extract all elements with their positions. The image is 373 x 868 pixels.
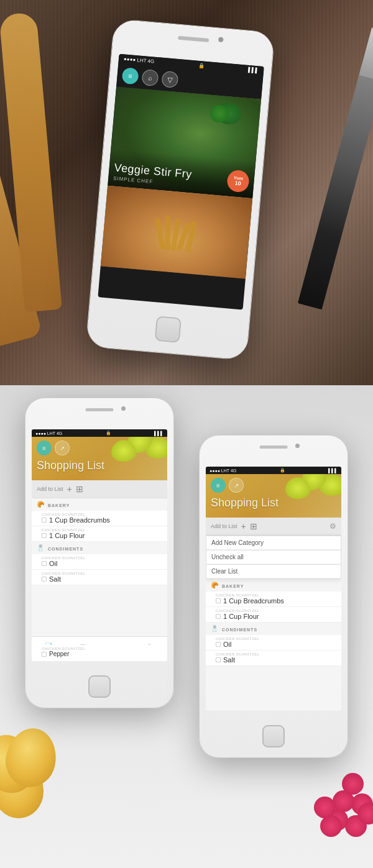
p2-share-icon: ↗ <box>60 445 65 452</box>
fries-svg <box>150 205 204 259</box>
p2-item-salt[interactable]: CHICKEN SCHNITZEL Salt <box>32 570 167 585</box>
p3-status-bar: ●●●● LHT 4G 🔒 ▌▌▌ <box>206 467 341 474</box>
p2-checkbox-pepper[interactable] <box>42 652 47 657</box>
p3-item-breadcrumbs-name: 1 Cup Breadcrumbs <box>216 597 336 605</box>
p3-dropdown-clear-list[interactable]: Clear List <box>206 565 341 578</box>
p3-item-salt-name: Salt <box>216 656 336 664</box>
p1-menu-icon: ≡ <box>128 72 132 80</box>
p2-item-breadcrumbs[interactable]: CHICKEN SCHNITZEL 1 Cup Breadcrumbs <box>32 511 167 526</box>
p2-item-flour-name: 1 Cup Flour <box>42 532 162 539</box>
p2-checkbox-salt[interactable] <box>42 577 47 582</box>
p1-food-image-fries[interactable] <box>101 186 252 279</box>
p3-dropdown-menu: Add New Category Uncheck all Clear List <box>206 536 341 579</box>
p2-bakery-label: BAKERY <box>48 503 70 508</box>
p2-screen-title: Shopping List <box>32 459 167 476</box>
p1-signal: ●●●● LHT 4G <box>124 56 155 64</box>
p2-footer-pepper: CHICKEN SCHNITZEL Pepper <box>32 645 167 659</box>
p3-item-breadcrumbs[interactable]: CHICKEN SCHNITZEL 1 Cup Breadcrumbs <box>206 592 341 607</box>
p3-item-flour-name: 1 Cup Flour <box>216 613 336 620</box>
raspberry-5 <box>342 773 364 795</box>
p2-status-bar: ●●●● LHT 4G 🔒 ▌▌▌ <box>32 429 167 437</box>
p2-category-bakery: 🥐 BAKERY <box>32 498 167 511</box>
p2-header-bg: ≡ ↗ Shopping List <box>32 437 167 480</box>
p2-item-oil-name: Oil <box>42 560 162 567</box>
p2-battery: ▌▌▌ <box>154 431 163 436</box>
p1-battery: ▌▌▌ <box>248 67 259 73</box>
phone-1-camera <box>218 37 224 42</box>
p3-dropdown-add-category[interactable]: Add New Category <box>206 536 341 550</box>
p2-condiments-icon: 🧂 <box>37 544 45 553</box>
phone-3-screen: ●●●● LHT 4G 🔒 ▌▌▌ ≡ ↗ Shopping Lis <box>206 467 341 711</box>
p3-battery: ▌▌▌ <box>328 468 338 473</box>
p3-condiments-label: CONDIMENTS <box>222 628 257 632</box>
p1-filter-icon: ▽ <box>167 75 173 84</box>
phone-2-speaker <box>86 408 114 411</box>
p1-search-icon: ⌕ <box>147 74 152 82</box>
p3-checkbox-breadcrumbs[interactable] <box>216 598 221 603</box>
p3-add-label: Add to List <box>211 523 237 529</box>
p2-share-button[interactable]: ↗ <box>55 441 70 455</box>
p2-add-bar[interactable]: Add to List + ⊞ <box>32 480 167 498</box>
p1-lock: 🔒 <box>198 63 205 69</box>
p2-item-salt-name: Salt <box>42 575 162 583</box>
p2-barcode-icon[interactable]: ⊞ <box>76 484 83 494</box>
p3-gear-icon[interactable]: ⚙ <box>329 522 336 531</box>
p3-checkbox-flour[interactable] <box>216 614 221 619</box>
p3-share-icon: ↗ <box>234 482 239 489</box>
p2-add-label: Add to List <box>37 486 63 492</box>
p3-menu-icon: ≡ <box>216 482 220 489</box>
p3-item-salt[interactable]: CHICKEN SCHNITZEL Salt <box>206 651 341 666</box>
raspberry-7 <box>320 815 342 837</box>
top-section: ●●●● LHT 4G 🔒 ▌▌▌ ≡ ⌕ ▽ <box>0 0 373 385</box>
phone-3: ●●●● LHT 4G 🔒 ▌▌▌ ≡ ↗ Shopping Lis <box>199 435 348 758</box>
p2-signal: ●●●● LHT 4G <box>35 431 62 436</box>
p3-lemon-3 <box>285 477 310 499</box>
p3-header-bg: ≡ ↗ Shopping List <box>206 474 341 518</box>
p3-item-oil-name: Oil <box>216 641 336 648</box>
p3-screen-title: Shopping List <box>206 496 341 513</box>
p2-bakery-icon: 🥐 <box>37 501 45 509</box>
p2-pepper-name: Pepper <box>42 651 162 657</box>
p1-search-button[interactable]: ⌕ <box>141 69 159 86</box>
p2-checkbox-flour[interactable] <box>42 533 47 538</box>
phone-3-speaker <box>260 445 288 449</box>
lemon-3 <box>111 440 136 462</box>
p2-checkbox-oil[interactable] <box>42 561 47 566</box>
p3-share-button[interactable]: ↗ <box>229 478 244 493</box>
p2-category-condiments: 🧂 CONDIMENTS <box>32 542 167 554</box>
p3-checkbox-oil[interactable] <box>216 642 221 647</box>
phone-2-screen: ●●●● LHT 4G 🔒 ▌▌▌ ≡ ↗ Shopping Lis <box>32 429 167 661</box>
p1-yum-count: 10 <box>234 180 241 187</box>
p1-filter-button[interactable]: ▽ <box>161 71 178 88</box>
p2-menu-button[interactable]: ≡ <box>37 441 52 455</box>
p2-item-flour[interactable]: CHICKEN SCHNITZEL 1 Cup Flour <box>32 526 167 542</box>
p3-menu-button[interactable]: ≡ <box>211 478 226 493</box>
p2-checkbox-breadcrumbs[interactable] <box>42 518 47 523</box>
broccoli-decoration <box>208 101 248 135</box>
p3-item-oil[interactable]: CHICKEN SCHNITZEL Oil <box>206 635 341 651</box>
p3-dropdown-uncheck-all[interactable]: Uncheck all <box>206 550 341 564</box>
phone-2-camera <box>121 406 126 411</box>
phone-1-home-button[interactable] <box>155 316 182 342</box>
p3-lock: 🔒 <box>280 468 285 473</box>
p3-add-bar[interactable]: Add to List + ⊞ ⚙ <box>206 518 341 536</box>
p2-plus-icon[interactable]: + <box>67 484 72 494</box>
p1-food-image-stirfry[interactable]: Veggie Stir Fry SIMPLE CHEF Yum 10 <box>108 86 261 198</box>
phone-3-home-button[interactable] <box>262 725 285 747</box>
p3-plus-icon[interactable]: + <box>241 521 246 531</box>
phone-2-home-button[interactable] <box>88 675 111 698</box>
phone-1-screen: ●●●● LHT 4G 🔒 ▌▌▌ ≡ ⌕ ▽ <box>98 54 264 310</box>
phone-2: ●●●● LHT 4G 🔒 ▌▌▌ ≡ ↗ Shopping Lis <box>25 398 174 708</box>
p3-category-condiments: 🧂 CONDIMENTS <box>206 623 341 635</box>
p2-item-oil[interactable]: CHICKEN SCHNITZEL Oil <box>32 554 167 570</box>
p2-lock: 🔒 <box>106 431 111 436</box>
p3-checkbox-salt[interactable] <box>216 657 221 662</box>
p3-signal: ●●●● LHT 4G <box>210 468 236 473</box>
p3-item-flour[interactable]: CHICKEN SCHNITZEL 1 Cup Flour <box>206 607 341 623</box>
phone-1-speaker <box>178 36 209 42</box>
p3-condiments-icon: 🧂 <box>211 625 219 634</box>
p3-barcode-icon[interactable]: ⊞ <box>250 521 257 531</box>
svg-rect-1 <box>165 216 170 250</box>
p1-menu-button[interactable]: ≡ <box>122 67 139 85</box>
p3-bakery-icon: 🥐 <box>211 582 219 590</box>
